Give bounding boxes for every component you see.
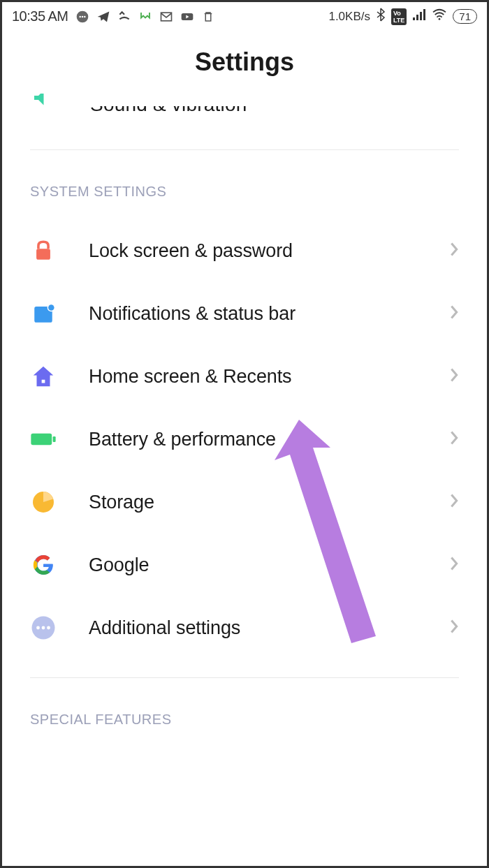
settings-item-storage[interactable]: Storage	[2, 471, 487, 534]
bluetooth-icon	[376, 8, 386, 25]
svg-rect-7	[416, 15, 418, 20]
chevron-right-icon	[449, 430, 459, 448]
settings-item-notifications[interactable]: Notifications & status bar	[2, 282, 487, 345]
chevron-right-icon	[449, 619, 459, 637]
settings-item-home-screen[interactable]: Home screen & Recents	[2, 345, 487, 408]
settings-item-label: Lock screen & password	[89, 240, 417, 262]
svg-rect-17	[53, 436, 56, 442]
svg-rect-8	[420, 12, 422, 20]
svg-point-1	[79, 15, 81, 17]
missed-call-icon	[117, 10, 131, 24]
status-right: 1.0KB/s VoLTE 71	[328, 8, 477, 25]
chevron-right-icon	[449, 304, 459, 323]
youtube-icon	[180, 10, 194, 24]
svg-rect-16	[31, 434, 52, 445]
svg-rect-15	[42, 380, 45, 383]
page-title: Settings	[2, 28, 487, 94]
battery-icon	[30, 426, 57, 453]
svg-point-3	[84, 15, 86, 17]
google-icon	[30, 552, 57, 578]
volte-icon: VoLTE	[391, 8, 407, 25]
mi-credit-icon	[138, 10, 152, 24]
chat-icon	[75, 10, 89, 24]
chevron-right-icon	[449, 242, 459, 260]
settings-item-label: Google	[89, 554, 417, 576]
svg-point-22	[47, 626, 50, 630]
settings-item-label: Notifications & status bar	[89, 303, 417, 325]
settings-item-label: Storage	[89, 492, 417, 513]
status-bar: 10:35 AM 1.0KB/s VoLTE	[2, 2, 487, 28]
status-time: 10:35 AM	[12, 8, 68, 24]
wifi-icon	[432, 8, 447, 24]
settings-item-label: Battery & performance	[89, 429, 417, 450]
settings-list-system: Lock screen & password Notifications & s…	[2, 219, 487, 659]
svg-rect-11	[36, 249, 50, 260]
sound-icon	[30, 94, 55, 110]
data-rate: 1.0KB/s	[328, 10, 370, 24]
settings-item-label: Additional settings	[89, 617, 417, 639]
section-header-system: SYSTEM SETTINGS	[2, 150, 487, 219]
svg-point-10	[439, 18, 441, 20]
notifications-icon	[30, 300, 57, 327]
signal-icon	[412, 9, 426, 24]
lock-icon	[30, 237, 57, 264]
chevron-right-icon	[449, 493, 459, 511]
settings-item-battery[interactable]: Battery & performance	[2, 408, 487, 471]
storage-icon	[30, 489, 57, 515]
settings-item-lock-screen[interactable]: Lock screen & password	[2, 219, 487, 282]
section-header-special: SPECIAL FEATURES	[2, 678, 487, 747]
gmail-icon	[159, 10, 173, 24]
chevron-right-icon	[449, 556, 459, 574]
svg-point-20	[36, 626, 40, 630]
svg-rect-6	[413, 17, 415, 20]
settings-item-sound[interactable]: Sound & vibration	[2, 94, 487, 122]
more-icon	[30, 615, 57, 641]
trash-icon	[201, 10, 215, 24]
svg-rect-9	[423, 9, 425, 20]
home-icon	[30, 363, 57, 390]
svg-point-21	[42, 626, 45, 630]
telegram-icon	[96, 10, 110, 24]
settings-item-google[interactable]: Google	[2, 534, 487, 596]
status-left: 10:35 AM	[12, 8, 215, 24]
chevron-right-icon	[449, 367, 459, 385]
settings-item-additional[interactable]: Additional settings	[2, 596, 487, 659]
settings-item-label: Home screen & Recents	[89, 366, 417, 388]
svg-point-14	[48, 304, 54, 311]
svg-point-2	[81, 15, 83, 17]
battery-indicator: 71	[453, 9, 477, 24]
